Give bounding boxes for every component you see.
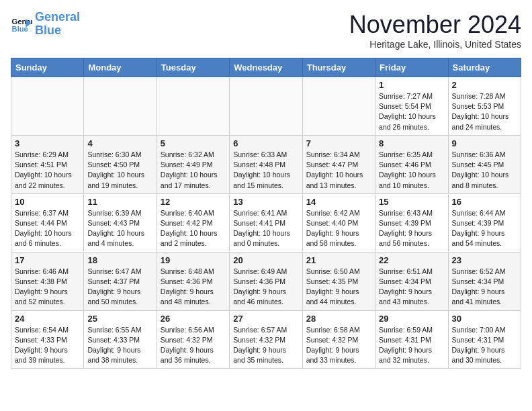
calendar-cell: 3Sunrise: 6:29 AMSunset: 4:51 PMDaylight… [11,135,84,193]
day-number: 12 [161,197,226,207]
calendar-header-saturday: Saturday [448,58,521,77]
day-info: Sunrise: 6:59 AMSunset: 4:31 PMDaylight:… [379,325,444,366]
calendar-cell: 17Sunrise: 6:46 AMSunset: 4:38 PMDayligh… [11,252,84,310]
day-number: 23 [452,255,517,265]
calendar-cell: 14Sunrise: 6:42 AMSunset: 4:40 PMDayligh… [302,193,375,252]
day-number: 7 [306,138,371,148]
day-info: Sunrise: 6:32 AMSunset: 4:49 PMDaylight:… [161,150,226,191]
day-number: 21 [306,255,371,265]
day-info: Sunrise: 6:29 AMSunset: 4:51 PMDaylight:… [15,150,80,191]
day-info: Sunrise: 6:56 AMSunset: 4:32 PMDaylight:… [161,325,226,366]
day-number: 14 [306,197,371,207]
calendar-cell: 26Sunrise: 6:56 AMSunset: 4:32 PMDayligh… [157,310,229,369]
calendar-cell: 25Sunrise: 6:55 AMSunset: 4:33 PMDayligh… [84,310,157,369]
day-info: Sunrise: 7:00 AMSunset: 4:31 PMDaylight:… [452,325,517,366]
month-title: November 2024 [349,11,521,39]
title-area: November 2024 Heritage Lake, Illinois, U… [349,11,521,50]
day-info: Sunrise: 7:28 AMSunset: 5:53 PMDaylight:… [452,91,517,132]
calendar-cell: 1Sunrise: 7:27 AMSunset: 5:54 PMDaylight… [375,77,448,136]
calendar-cell: 27Sunrise: 6:57 AMSunset: 4:32 PMDayligh… [230,310,302,369]
day-number: 13 [233,197,298,207]
day-info: Sunrise: 6:51 AMSunset: 4:34 PMDaylight:… [379,267,444,308]
calendar-cell: 23Sunrise: 6:52 AMSunset: 4:34 PMDayligh… [448,252,521,310]
logo: General Blue General Blue [11,11,80,38]
day-info: Sunrise: 6:39 AMSunset: 4:43 PMDaylight:… [87,208,152,249]
day-info: Sunrise: 6:33 AMSunset: 4:48 PMDaylight:… [233,150,298,191]
calendar-cell: 19Sunrise: 6:48 AMSunset: 4:36 PMDayligh… [157,252,229,310]
day-info: Sunrise: 6:43 AMSunset: 4:39 PMDaylight:… [379,208,444,249]
day-info: Sunrise: 6:44 AMSunset: 4:39 PMDaylight:… [452,208,517,249]
calendar-cell: 12Sunrise: 6:40 AMSunset: 4:42 PMDayligh… [157,193,229,252]
calendar-cell: 29Sunrise: 6:59 AMSunset: 4:31 PMDayligh… [375,310,448,369]
calendar-header-tuesday: Tuesday [157,58,229,77]
header: General Blue General Blue November 2024 … [11,11,521,50]
day-info: Sunrise: 6:57 AMSunset: 4:32 PMDaylight:… [233,325,298,366]
day-info: Sunrise: 6:40 AMSunset: 4:42 PMDaylight:… [161,208,226,249]
calendar-cell: 6Sunrise: 6:33 AMSunset: 4:48 PMDaylight… [230,135,302,193]
calendar-cell: 21Sunrise: 6:50 AMSunset: 4:35 PMDayligh… [302,252,375,310]
calendar-cell: 9Sunrise: 6:36 AMSunset: 4:45 PMDaylight… [448,135,521,193]
day-info: Sunrise: 6:41 AMSunset: 4:41 PMDaylight:… [233,208,298,249]
day-number: 28 [306,314,371,324]
day-number: 24 [15,314,80,324]
calendar-cell: 24Sunrise: 6:54 AMSunset: 4:33 PMDayligh… [11,310,84,369]
day-number: 30 [452,314,517,324]
day-info: Sunrise: 6:54 AMSunset: 4:33 PMDaylight:… [15,325,80,366]
day-number: 26 [161,314,226,324]
calendar-cell: 4Sunrise: 6:30 AMSunset: 4:50 PMDaylight… [84,135,157,193]
calendar-week-row: 10Sunrise: 6:37 AMSunset: 4:44 PMDayligh… [11,193,521,252]
day-number: 1 [379,80,444,90]
calendar-cell: 8Sunrise: 6:35 AMSunset: 4:46 PMDaylight… [375,135,448,193]
calendar-cell: 5Sunrise: 6:32 AMSunset: 4:49 PMDaylight… [157,135,229,193]
calendar-week-row: 1Sunrise: 7:27 AMSunset: 5:54 PMDaylight… [11,77,521,136]
day-number: 16 [452,197,517,207]
day-info: Sunrise: 6:34 AMSunset: 4:47 PMDaylight:… [306,150,371,191]
day-info: Sunrise: 6:49 AMSunset: 4:36 PMDaylight:… [233,267,298,308]
logo-text: General Blue [35,11,80,38]
day-number: 9 [452,138,517,148]
day-number: 29 [379,314,444,324]
day-number: 4 [87,138,152,148]
calendar-cell: 30Sunrise: 7:00 AMSunset: 4:31 PMDayligh… [448,310,521,369]
day-info: Sunrise: 6:50 AMSunset: 4:35 PMDaylight:… [306,267,371,308]
location-subtitle: Heritage Lake, Illinois, United States [349,39,521,50]
calendar-header-thursday: Thursday [302,58,375,77]
calendar-header-monday: Monday [84,58,157,77]
day-info: Sunrise: 6:55 AMSunset: 4:33 PMDaylight:… [87,325,152,366]
calendar-cell: 2Sunrise: 7:28 AMSunset: 5:53 PMDaylight… [448,77,521,136]
calendar-week-row: 24Sunrise: 6:54 AMSunset: 4:33 PMDayligh… [11,310,521,369]
day-number: 15 [379,197,444,207]
day-info: Sunrise: 6:30 AMSunset: 4:50 PMDaylight:… [87,150,152,191]
day-info: Sunrise: 6:36 AMSunset: 4:45 PMDaylight:… [452,150,517,191]
day-number: 27 [233,314,298,324]
day-number: 8 [379,138,444,148]
calendar-header-sunday: Sunday [11,58,84,77]
day-number: 5 [161,138,226,148]
day-number: 11 [87,197,152,207]
calendar-table: SundayMondayTuesdayWednesdayThursdayFrid… [11,58,521,369]
day-number: 6 [233,138,298,148]
calendar-week-row: 17Sunrise: 6:46 AMSunset: 4:38 PMDayligh… [11,252,521,310]
calendar-cell [302,77,375,136]
logo-icon: General Blue [11,13,32,35]
svg-text:Blue: Blue [12,25,28,33]
calendar-cell: 7Sunrise: 6:34 AMSunset: 4:47 PMDaylight… [302,135,375,193]
day-number: 18 [87,255,152,265]
day-number: 25 [87,314,152,324]
day-info: Sunrise: 6:42 AMSunset: 4:40 PMDaylight:… [306,208,371,249]
calendar-cell: 20Sunrise: 6:49 AMSunset: 4:36 PMDayligh… [230,252,302,310]
day-number: 3 [15,138,80,148]
calendar-cell [230,77,302,136]
day-info: Sunrise: 7:27 AMSunset: 5:54 PMDaylight:… [379,91,444,132]
day-number: 20 [233,255,298,265]
day-info: Sunrise: 6:47 AMSunset: 4:37 PMDaylight:… [87,267,152,308]
day-info: Sunrise: 6:46 AMSunset: 4:38 PMDaylight:… [15,267,80,308]
calendar-header-row: SundayMondayTuesdayWednesdayThursdayFrid… [11,58,521,77]
calendar-week-row: 3Sunrise: 6:29 AMSunset: 4:51 PMDaylight… [11,135,521,193]
calendar-cell: 28Sunrise: 6:58 AMSunset: 4:32 PMDayligh… [302,310,375,369]
day-number: 17 [15,255,80,265]
calendar-cell: 16Sunrise: 6:44 AMSunset: 4:39 PMDayligh… [448,193,521,252]
day-info: Sunrise: 6:35 AMSunset: 4:46 PMDaylight:… [379,150,444,191]
day-info: Sunrise: 6:58 AMSunset: 4:32 PMDaylight:… [306,325,371,366]
day-info: Sunrise: 6:52 AMSunset: 4:34 PMDaylight:… [452,267,517,308]
